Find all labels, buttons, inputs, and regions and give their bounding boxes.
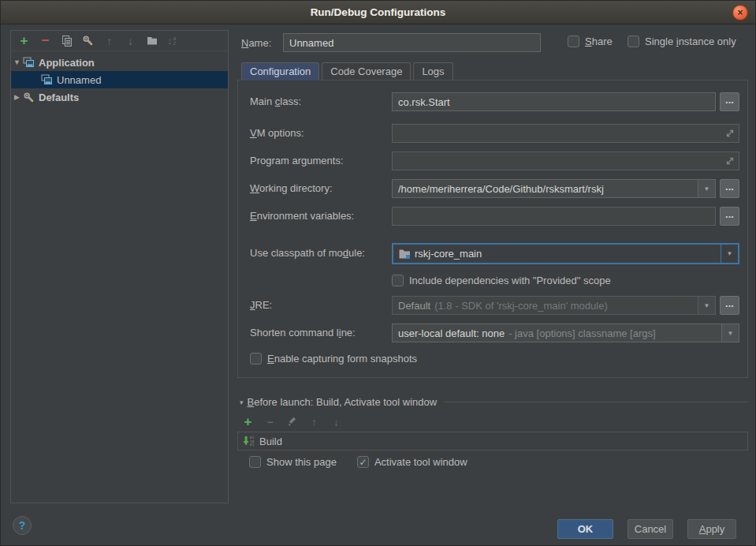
- remove-configuration-icon[interactable]: −: [39, 35, 51, 47]
- environment-variables-field[interactable]: [392, 207, 716, 226]
- add-task-icon[interactable]: +: [242, 416, 254, 428]
- jre-combo[interactable]: Default (1.8 - SDK of 'rskj-core_main' m…: [392, 296, 716, 315]
- move-up-icon[interactable]: ↑: [308, 416, 320, 428]
- module-icon: [399, 249, 411, 259]
- working-directory-combo[interactable]: /home/meriherrera/Code/Github/rsksmart/r…: [392, 179, 716, 198]
- environment-variables-browse-button[interactable]: ...: [720, 207, 739, 226]
- titlebar: Run/Debug Configurations ×: [1, 1, 755, 24]
- checkbox-box: [568, 36, 579, 47]
- ok-button[interactable]: OK: [557, 519, 613, 539]
- show-this-page-label: Show this page: [266, 456, 337, 468]
- program-arguments-label: Program arguments:: [250, 151, 344, 170]
- include-dependencies-checkbox[interactable]: Include dependencies with "Provided" sco…: [392, 275, 611, 286]
- name-input[interactable]: [283, 33, 541, 52]
- tab-code-coverage[interactable]: Code Coverage: [322, 62, 411, 80]
- working-directory-browse-button[interactable]: ...: [720, 179, 739, 198]
- activate-tool-window-checkbox[interactable]: ✓ Activate tool window: [357, 456, 467, 468]
- tab-bar: Configuration Code Coverage Logs: [241, 62, 456, 80]
- main-class-field[interactable]: [392, 92, 716, 111]
- show-this-page-checkbox[interactable]: Show this page: [249, 456, 337, 468]
- tree-node-label: Defaults: [39, 92, 79, 103]
- tree-node-application[interactable]: ▼ Application: [11, 54, 228, 71]
- build-icon: 011001: [243, 436, 255, 447]
- jre-label: JRE:: [250, 296, 272, 315]
- checkbox-box: [628, 36, 639, 47]
- tree-node-unnamed[interactable]: Unnamed: [11, 71, 228, 88]
- working-directory-label: Working directory:: [250, 179, 333, 198]
- use-classpath-combo[interactable]: rskj-core_main ▼: [392, 243, 739, 264]
- before-launch-toolbar: + − ↑ ↓: [242, 416, 342, 428]
- tab-logs[interactable]: Logs: [413, 62, 452, 80]
- checkbox-box: [250, 353, 262, 365]
- expand-field-icon[interactable]: [725, 156, 735, 168]
- share-checkbox[interactable]: Share: [568, 36, 613, 47]
- edit-task-icon[interactable]: [286, 416, 298, 428]
- tree-node-defaults[interactable]: ▶ Defaults: [11, 88, 228, 106]
- close-icon[interactable]: ×: [732, 5, 748, 21]
- move-up-icon[interactable]: ↑: [103, 35, 115, 47]
- run-debug-configurations-dialog: Run/Debug Configurations × + − ↑ ↓ ↓ az: [0, 0, 756, 546]
- use-classpath-value: rskj-core_main: [415, 248, 482, 260]
- before-launch-section-header[interactable]: ▾ Before launch: Build, Activate tool wi…: [240, 396, 748, 408]
- expand-field-icon[interactable]: [725, 129, 735, 140]
- include-dependencies-label: Include dependencies with "Provided" sco…: [409, 275, 611, 286]
- application-icon: [41, 74, 54, 85]
- svg-text:01: 01: [250, 443, 255, 447]
- program-arguments-field[interactable]: [392, 151, 739, 170]
- vm-options-label: VM options:: [250, 124, 304, 143]
- chevron-down-icon[interactable]: ▼: [721, 245, 738, 263]
- activate-tool-window-label: Activate tool window: [374, 456, 467, 468]
- vm-options-field[interactable]: [392, 124, 739, 143]
- configurations-tree-panel: + − ↑ ↓ ↓ az ▼ Applic: [10, 30, 229, 503]
- remove-task-icon[interactable]: −: [264, 416, 276, 428]
- working-directory-value: /home/meriherrera/Code/Github/rsksmart/r…: [393, 180, 698, 197]
- chevron-expanded-icon[interactable]: ▼: [11, 58, 23, 66]
- move-down-icon[interactable]: ↓: [330, 416, 342, 428]
- jre-browse-button[interactable]: ...: [720, 296, 739, 315]
- main-class-browse-button[interactable]: ...: [720, 92, 739, 111]
- main-class-input[interactable]: [398, 96, 709, 108]
- single-instance-checkbox[interactable]: Single instance only: [628, 36, 736, 47]
- chevron-collapsed-icon[interactable]: ▶: [11, 93, 23, 101]
- add-configuration-icon[interactable]: +: [18, 35, 30, 47]
- chevron-down-icon[interactable]: ▼: [698, 180, 715, 197]
- jre-value-secondary: (1.8 - SDK of 'rskj-core_main' module): [434, 300, 608, 312]
- task-label: Build: [259, 436, 282, 447]
- defaults-wrench-icon: [23, 92, 35, 103]
- application-icon: [23, 57, 35, 68]
- create-folder-icon[interactable]: [146, 35, 158, 47]
- use-classpath-label: Use classpath of module:: [250, 244, 365, 263]
- main-class-label: Main class:: [250, 92, 301, 111]
- vm-options-input[interactable]: [398, 128, 733, 140]
- copy-configuration-icon[interactable]: [61, 35, 73, 47]
- jre-value-primary: Default: [398, 300, 430, 312]
- tab-configuration[interactable]: Configuration: [241, 62, 319, 80]
- chevron-down-icon[interactable]: ▼: [698, 297, 715, 314]
- program-arguments-input[interactable]: [398, 155, 733, 167]
- apply-button[interactable]: Apply: [687, 519, 736, 539]
- enable-capturing-checkbox[interactable]: Enable capturing form snapshots: [250, 353, 417, 365]
- checkbox-box: [392, 275, 404, 286]
- before-launch-title: Before launch: Build, Activate tool wind…: [248, 396, 438, 408]
- sort-alphabetically-icon[interactable]: ↓ az: [167, 35, 176, 47]
- shorten-value-primary: user-local default: none: [398, 327, 505, 339]
- checkbox-box-checked: ✓: [357, 456, 369, 468]
- section-collapse-icon[interactable]: ▾: [240, 398, 244, 406]
- environment-variables-label: Environment variables:: [250, 207, 354, 226]
- chevron-down-icon[interactable]: ▼: [721, 324, 739, 342]
- before-launch-options: Show this page ✓ Activate tool window: [249, 456, 467, 468]
- configuration-tab-panel: Main class: ... VM options: Program argu…: [237, 80, 748, 378]
- shorten-value-secondary: - java [options] classname [args]: [508, 327, 655, 339]
- help-icon[interactable]: ?: [13, 516, 32, 535]
- move-down-icon[interactable]: ↓: [125, 35, 136, 47]
- shorten-command-line-label: Shorten command line:: [250, 323, 356, 342]
- before-launch-task-row[interactable]: 011001 Build: [237, 432, 748, 451]
- single-instance-label: Single instance only: [645, 36, 736, 47]
- tree-node-label: Unnamed: [57, 74, 101, 86]
- configurations-tree: ▼ Application Unnamed ▶ Defaults: [11, 51, 228, 106]
- cancel-button[interactable]: Cancel: [628, 519, 673, 539]
- edit-defaults-icon[interactable]: [82, 35, 94, 47]
- tree-node-label: Application: [39, 57, 95, 69]
- environment-variables-input[interactable]: [398, 211, 709, 223]
- shorten-command-line-combo[interactable]: user-local default: none - java [options…: [392, 323, 739, 342]
